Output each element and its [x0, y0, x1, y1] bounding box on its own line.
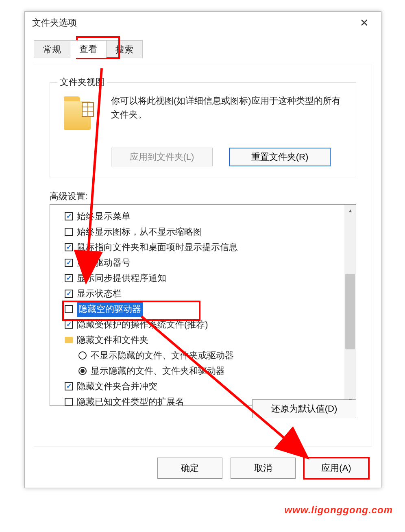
list-item[interactable]: 始终显示图标，从不显示缩略图 [65, 224, 344, 240]
advanced-settings-list[interactable]: 始终显示菜单始终显示图标，从不显示缩略图鼠标指向文件夹和桌面项时显示提示信息显示… [50, 204, 356, 406]
list-item[interactable]: 始终显示菜单 [65, 209, 344, 224]
list-item[interactable]: 显示同步提供程序通知 [65, 270, 344, 286]
checkbox-icon[interactable] [65, 321, 73, 329]
scroll-up-icon[interactable]: ▴ [344, 205, 356, 216]
list-item[interactable]: 显示状态栏 [65, 286, 344, 301]
group-label: 文件夹视图 [57, 76, 107, 88]
list-item-label: 显示同步提供程序通知 [77, 270, 166, 286]
list-item-label: 不显示隐藏的文件、文件夹或驱动器 [91, 348, 234, 363]
checkbox-icon[interactable] [65, 398, 73, 406]
cancel-button[interactable]: 取消 [231, 458, 296, 479]
list-item-label: 始终显示菜单 [77, 209, 131, 224]
list-item-label: 隐藏文件和文件夹 [77, 332, 148, 348]
checkbox-icon[interactable] [65, 290, 73, 298]
list-item-label: 始终显示图标，从不显示缩略图 [77, 224, 202, 240]
list-item-label: 隐藏文件夹合并冲突 [77, 379, 157, 394]
reset-folders-button[interactable]: 重置文件夹(R) [229, 148, 331, 166]
radio-icon[interactable] [78, 351, 87, 360]
group-buttons: 应用到文件夹(L) 重置文件夹(R) [111, 148, 344, 166]
list-item[interactable]: 隐藏受保护的操作系统文件(推荐) [65, 317, 344, 332]
list-item[interactable]: 隐藏文件夹合并冲突 [65, 379, 344, 394]
dialog-title: 文件夹选项 [32, 17, 355, 29]
advanced-settings-label: 高级设置: [50, 190, 88, 203]
list-item-label: 显示隐藏的文件、文件夹和驱动器 [91, 363, 225, 379]
group-description: 你可以将此视图(如详细信息或图标)应用于这种类型的所有文件夹。 [111, 94, 344, 122]
checkbox-icon[interactable] [65, 228, 73, 236]
list-item[interactable]: 隐藏文件和文件夹 [65, 332, 344, 348]
list-item-label: 隐藏受保护的操作系统文件(推荐) [77, 317, 208, 332]
ok-button[interactable]: 确定 [157, 458, 222, 479]
tab-view[interactable]: 查看 [70, 40, 107, 58]
list-item-label: 显示状态栏 [77, 286, 122, 301]
tab-general[interactable]: 常规 [34, 40, 70, 58]
tab-row: 常规 查看 搜索 [34, 39, 381, 58]
close-icon[interactable]: ✕ [355, 13, 374, 32]
watermark-text: www.ligonggong.com [285, 504, 393, 516]
list-item[interactable]: 鼠标指向文件夹和桌面项时显示提示信息 [65, 240, 344, 255]
list-item-label: 显示驱动器号 [77, 255, 131, 270]
list-item-label: 鼠标指向文件夹和桌面项时显示提示信息 [77, 240, 238, 255]
folder-icon [64, 96, 91, 130]
apply-to-folders-button: 应用到文件夹(L) [111, 148, 213, 166]
folder-icon [65, 337, 73, 343]
list-item-label: 隐藏已知文件类型的扩展名 [77, 394, 184, 406]
tab-panel: 文件夹视图 你可以将此视图(如详细信息或图标)应用于这种类型的所有文件夹。 应用… [34, 64, 372, 447]
dialog-buttons: 确定 取消 应用(A) [157, 458, 369, 479]
checkbox-icon[interactable] [65, 243, 73, 251]
list-item-label: 隐藏空的驱动器 [77, 301, 143, 317]
list-item[interactable]: 显示隐藏的文件、文件夹和驱动器 [65, 363, 344, 379]
list-item[interactable]: 显示驱动器号 [65, 255, 344, 270]
titlebar: 文件夹选项 ✕ [25, 12, 381, 34]
checkbox-icon[interactable] [65, 259, 73, 267]
list-item[interactable]: 不显示隐藏的文件、文件夹或驱动器 [65, 348, 344, 363]
folder-options-dialog: 文件夹选项 ✕ 常规 查看 搜索 文件夹视图 你可以将此视图(如详细信息或图标)… [24, 11, 381, 488]
checkbox-icon[interactable] [65, 274, 73, 282]
scrollbar[interactable]: ▴ ▾ [344, 205, 356, 406]
restore-defaults-button[interactable]: 还原为默认值(D) [252, 399, 356, 418]
apply-button[interactable]: 应用(A) [304, 458, 369, 479]
checkbox-icon[interactable] [65, 305, 73, 313]
checkbox-icon[interactable] [65, 382, 73, 390]
checkbox-icon[interactable] [65, 212, 73, 220]
radio-icon[interactable] [78, 367, 87, 375]
tab-search[interactable]: 搜索 [106, 40, 143, 58]
list-item[interactable]: 隐藏空的驱动器 [65, 301, 344, 317]
folder-view-group: 文件夹视图 你可以将此视图(如详细信息或图标)应用于这种类型的所有文件夹。 应用… [50, 82, 356, 177]
scroll-thumb[interactable] [345, 274, 355, 349]
